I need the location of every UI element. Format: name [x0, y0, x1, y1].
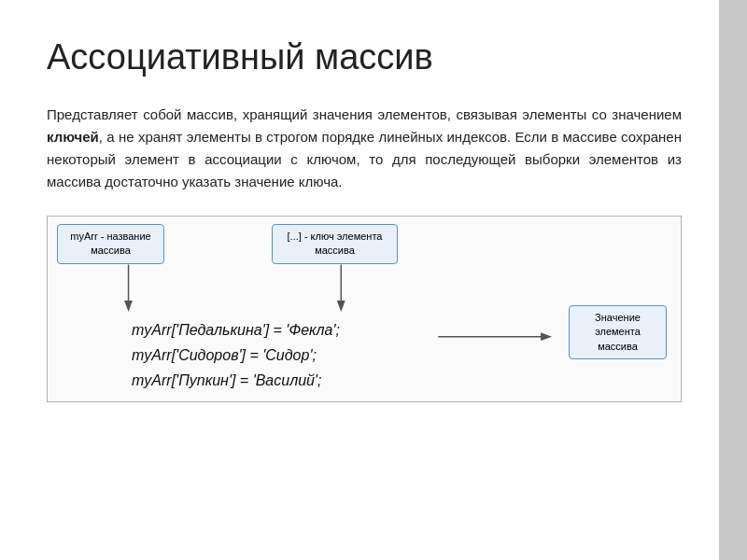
code-area: myArr['Педалькина'] = 'Фекла'; myArr['Си… [76, 317, 340, 394]
description-text-2: , а не хранят элементы в строгом порядке… [47, 129, 682, 189]
slide-description: Представляет собой массив, хранящий знач… [47, 104, 682, 193]
code-line-3: myArr['Пупкин'] = 'Василий'; [132, 368, 340, 393]
code-line-2: myArr['Сидоров'] = 'Сидор'; [132, 343, 340, 368]
label-key: [...] - ключ элемента массива [272, 224, 398, 264]
slide-title: Ассоциативный массив [47, 37, 700, 77]
description-bold: ключей [47, 129, 99, 145]
label-array-name: myArr - название массива [57, 224, 164, 264]
label-element-value: Значение элемента массива [569, 305, 667, 359]
slide: Ассоциативный массив Представляет собой … [0, 0, 747, 560]
diagram-box: myArr - название массива [...] - ключ эл… [47, 216, 682, 402]
code-line-1: myArr['Педалькина'] = 'Фекла'; [132, 317, 340, 343]
description-text-1: Представляет собой массив, хранящий знач… [47, 106, 682, 122]
